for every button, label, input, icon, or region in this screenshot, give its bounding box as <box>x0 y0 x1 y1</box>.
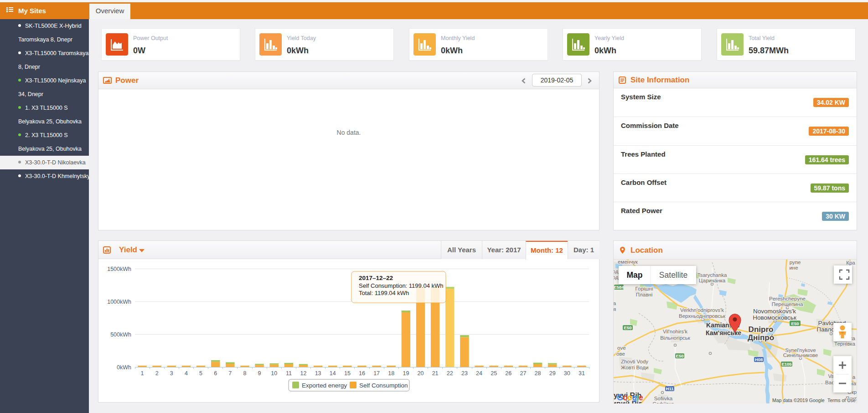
svg-text:E50: E50 <box>791 321 799 326</box>
svg-text:26: 26 <box>505 370 512 377</box>
svg-text:ине: ине <box>789 265 798 270</box>
svg-text:15: 15 <box>344 370 351 377</box>
svg-text:14: 14 <box>330 370 336 377</box>
svg-text:Total: 1199.04 kWh: Total: 1199.04 kWh <box>359 290 409 296</box>
svg-text:ove: ove <box>617 345 626 351</box>
svg-text:од: од <box>614 269 619 274</box>
svg-text:Map: Map <box>627 270 643 280</box>
svg-text:Map data ©2019 Google: Map data ©2019 Google <box>772 398 825 403</box>
svg-text:а: а <box>614 301 616 306</box>
svg-text:од: од <box>614 275 619 280</box>
svg-text:E105: E105 <box>781 362 792 367</box>
svg-text:22: 22 <box>447 370 453 377</box>
svg-text:1500kWh: 1500kWh <box>107 266 131 272</box>
svg-text:Novomoskovs'k: Novomoskovs'k <box>753 308 796 315</box>
svg-text:Синельникове: Синельникове <box>783 352 818 358</box>
svg-text:Дніпро́: Дніпро́ <box>748 333 774 342</box>
svg-text:Tsarychanka: Tsarychanka <box>698 272 727 278</box>
svg-text:17: 17 <box>373 370 380 377</box>
svg-text:1000kWh: 1000kWh <box>107 299 131 305</box>
svg-text:4: 4 <box>185 370 188 377</box>
svg-text:Self Consumption: Self Consumption <box>359 382 408 389</box>
svg-text:Pereshchepyne: Pereshchepyne <box>769 296 806 301</box>
svg-text:0kWh: 0kWh <box>117 364 131 371</box>
svg-text:18: 18 <box>388 370 394 377</box>
svg-text:25: 25 <box>491 370 497 377</box>
svg-text:12: 12 <box>300 370 307 377</box>
svg-text:2: 2 <box>155 370 159 377</box>
svg-text:Exported energy: Exported energy <box>302 382 347 389</box>
svg-text:28: 28 <box>535 370 541 377</box>
svg-text:Перещепина: Перещепина <box>772 301 803 307</box>
svg-text:13: 13 <box>315 370 321 377</box>
svg-text:Google: Google <box>617 393 643 402</box>
svg-text:E50: E50 <box>624 325 632 330</box>
svg-text:Павло: Павло <box>816 326 835 333</box>
svg-text:E584: E584 <box>614 285 624 290</box>
svg-text:Sofiivka: Sofiivka <box>654 396 673 401</box>
svg-text:20: 20 <box>418 370 424 377</box>
svg-text:Верхньодніпровськ: Верхньодніпровськ <box>679 313 726 319</box>
svg-text:Кра: Кра <box>846 260 855 265</box>
svg-text:11: 11 <box>286 370 292 377</box>
svg-text:23: 23 <box>461 370 468 377</box>
svg-text:30: 30 <box>564 370 570 377</box>
svg-text:Новомосковськ: Новомосковськ <box>753 314 796 321</box>
svg-text:H08: H08 <box>755 357 763 362</box>
svg-text:еменчук: еменчук <box>618 260 638 265</box>
svg-text:Verkhn'odniprovs'k: Verkhn'odniprovs'k <box>680 307 724 313</box>
svg-text:16: 16 <box>359 370 365 377</box>
svg-text:я: я <box>614 306 616 312</box>
svg-text:31: 31 <box>579 370 585 377</box>
svg-text:Vil'nohirs'k: Vil'nohirs'k <box>663 329 687 334</box>
svg-text:Жовті Води: Жовті Води <box>621 365 649 370</box>
svg-text:Горішні: Горішні <box>636 286 653 291</box>
svg-text:Тернівка: Тернівка <box>834 341 855 347</box>
svg-text:6: 6 <box>214 370 217 377</box>
svg-text:7: 7 <box>228 370 232 377</box>
svg-text:3: 3 <box>170 370 173 377</box>
svg-text:Self Consumption: 1199.04 kWh: Self Consumption: 1199.04 kWh <box>359 282 443 289</box>
svg-text:Вас: Вас <box>825 380 834 385</box>
svg-text:H11: H11 <box>666 386 674 391</box>
svg-text:10: 10 <box>271 370 277 377</box>
svg-text:Царичанка: Царичанка <box>699 278 726 283</box>
svg-text:500kWh: 500kWh <box>110 331 131 338</box>
svg-text:Софіївка: Софіївка <box>652 401 674 403</box>
svg-text:24: 24 <box>476 370 482 377</box>
svg-text:Вільногірськ: Вільногірськ <box>660 335 691 341</box>
svg-text:8: 8 <box>243 370 247 377</box>
svg-text:5: 5 <box>199 370 202 377</box>
svg-text:Satellite: Satellite <box>659 270 687 280</box>
svg-text:рупе: рупе <box>790 260 801 265</box>
svg-text:Плавні: Плавні <box>636 292 652 297</box>
svg-text:а: а <box>852 374 856 380</box>
svg-text:27: 27 <box>520 370 526 377</box>
svg-text:1: 1 <box>141 370 144 377</box>
svg-text:21: 21 <box>432 370 439 377</box>
svg-text:Dnipro: Dnipro <box>749 325 774 334</box>
svg-text:29: 29 <box>549 370 556 377</box>
svg-text:Zhovti Vody: Zhovti Vody <box>621 359 648 364</box>
svg-text:9: 9 <box>258 370 261 377</box>
svg-text:19: 19 <box>403 370 409 377</box>
svg-text:ове: ове <box>616 351 625 357</box>
svg-text:Terms of Use: Terms of Use <box>827 398 856 403</box>
svg-text:2017–12–22: 2017–12–22 <box>359 275 393 281</box>
svg-text:E50: E50 <box>676 353 684 358</box>
